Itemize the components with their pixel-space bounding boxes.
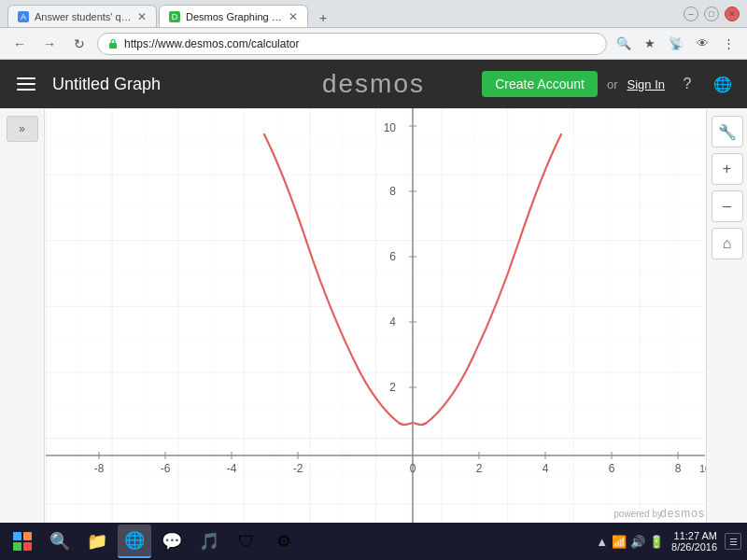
svg-text:4: 4	[543, 462, 549, 475]
start-button[interactable]	[6, 525, 39, 558]
hamburger-line-3	[17, 89, 35, 91]
taskbar-clock: 11:27 AM 8/26/2016	[671, 530, 717, 553]
notification-button[interactable]: ☰	[725, 533, 741, 550]
zoom-in-button[interactable]: +	[712, 153, 743, 185]
url-text: https://www.desmos.com/calculator	[124, 37, 299, 50]
settings-button[interactable]: 🔧	[712, 116, 743, 147]
svg-text:10: 10	[699, 463, 706, 474]
back-button[interactable]: ←	[7, 32, 32, 56]
svg-text:-4: -4	[227, 462, 237, 475]
maximize-button[interactable]: □	[704, 7, 719, 21]
right-toolbar: 🔧 + – ⌂	[706, 108, 747, 523]
address-bar[interactable]: https://www.desmos.com/calculator	[97, 33, 607, 55]
svg-rect-0	[109, 43, 117, 49]
taskbar-messaging[interactable]: 💬	[155, 525, 189, 558]
svg-text:10: 10	[384, 121, 397, 134]
tab-label-desmos: Desmos Graphing Calcula...	[186, 11, 283, 22]
svg-text:6: 6	[389, 250, 396, 263]
taskbar-right: ▲ 📶 🔊 🔋 11:27 AM 8/26/2016 ☰	[596, 530, 741, 553]
page-title: Untitled Graph	[52, 75, 161, 94]
zoom-out-button[interactable]: –	[712, 190, 743, 222]
hamburger-line-2	[17, 83, 35, 85]
close-button[interactable]: ✕	[725, 7, 740, 21]
forward-button[interactable]: →	[37, 32, 62, 56]
taskbar-search[interactable]: 🔍	[43, 525, 77, 558]
taskbar: 🔍 📁 🌐 💬 🎵 🛡 ⚙ ▲ 📶 🔊 🔋 11:27 AM 8/26/2016…	[0, 523, 747, 560]
sign-in-button[interactable]: Sign In	[627, 77, 665, 91]
svg-text:-2: -2	[293, 462, 303, 475]
help-icon[interactable]: ?	[674, 71, 700, 97]
browser-titlebar: A Answer students' questio... ✕ D Desmos…	[0, 0, 747, 28]
new-tab-button[interactable]: +	[314, 8, 332, 27]
create-account-button[interactable]: Create Account	[482, 71, 598, 97]
hamburger-button[interactable]	[11, 69, 41, 99]
svg-text:powered by: powered by	[613, 509, 662, 519]
menu-icon[interactable]: ⋮	[717, 33, 740, 55]
taskbar-music[interactable]: 🎵	[192, 525, 226, 558]
tab-close-other[interactable]: ✕	[137, 10, 147, 23]
browser-toolbar-icons: 🔍 ★ 📡 👁 ⋮	[613, 33, 740, 55]
taskbar-sys-icons: ▲ 📶 🔊 🔋	[596, 535, 664, 549]
windows-logo	[13, 532, 32, 551]
browser-tabs: A Answer students' questio... ✕ D Desmos…	[7, 0, 332, 27]
search-icon[interactable]: 🔍	[613, 33, 635, 55]
wrench-icon: 🔧	[718, 123, 737, 141]
tab-desmos[interactable]: D Desmos Graphing Calcula... ✕	[159, 5, 308, 27]
taskbar-browser[interactable]: 🌐	[118, 525, 151, 558]
clock-time: 11:27 AM	[671, 530, 717, 541]
desmos-logo: desmos	[322, 69, 425, 99]
graph-canvas: -8 -6 -4 -2 0 2 4 6 8 10 2 4 6 8 10	[45, 108, 706, 523]
taskbar-up-arrow[interactable]: ▲	[596, 535, 608, 549]
cast-icon[interactable]: 📡	[665, 33, 687, 55]
tab-label-other: Answer students' questio...	[35, 11, 132, 22]
svg-text:-6: -6	[161, 462, 171, 475]
svg-text:-8: -8	[94, 462, 105, 475]
svg-rect-2	[46, 108, 705, 523]
main-area: » -8 -6 -4 -2	[0, 108, 747, 523]
tab-favicon-other: A	[18, 11, 29, 22]
taskbar-settings[interactable]: ⚙	[267, 525, 301, 558]
svg-text:4: 4	[389, 315, 396, 329]
svg-text:0: 0	[410, 462, 416, 475]
tab-favicon-desmos: D	[169, 11, 180, 22]
star-icon[interactable]: ★	[639, 33, 661, 55]
home-icon: ⌂	[723, 235, 732, 252]
volume-icon: 🔊	[630, 535, 645, 549]
clock-date: 8/26/2016	[671, 541, 717, 553]
taskbar-shield[interactable]: 🛡	[230, 525, 263, 558]
svg-text:6: 6	[609, 462, 615, 475]
header-right: Create Account or Sign In ? 🌐	[482, 71, 736, 97]
battery-icon: 🔋	[649, 535, 664, 549]
or-label: or	[607, 77, 618, 91]
expand-sidebar-button[interactable]: »	[7, 116, 38, 142]
svg-text:2: 2	[476, 462, 483, 475]
network-icon: 📶	[612, 535, 627, 549]
reload-button[interactable]: ↻	[67, 32, 92, 56]
svg-text:desmos: desmos	[660, 507, 705, 520]
minimize-button[interactable]: –	[684, 7, 698, 21]
lock-icon	[107, 38, 119, 49]
eye-icon[interactable]: 👁	[691, 33, 713, 55]
sidebar: »	[0, 108, 45, 523]
app-header: Untitled Graph desmos Create Account or …	[0, 60, 747, 108]
svg-text:8: 8	[389, 185, 396, 198]
minus-icon: –	[723, 198, 731, 215]
tab-close-desmos[interactable]: ✕	[289, 10, 298, 23]
globe-icon[interactable]: 🌐	[710, 71, 736, 97]
svg-text:8: 8	[675, 462, 682, 475]
plus-icon: +	[723, 161, 731, 177]
tab-other[interactable]: A Answer students' questio... ✕	[7, 5, 157, 27]
window-controls: – □ ✕	[684, 7, 740, 21]
graph-area[interactable]: -8 -6 -4 -2 0 2 4 6 8 10 2 4 6 8 10	[45, 108, 706, 523]
home-button[interactable]: ⌂	[712, 228, 743, 259]
hamburger-line-1	[17, 77, 35, 79]
browser-toolbar: ← → ↻ https://www.desmos.com/calculator …	[0, 28, 747, 60]
taskbar-files[interactable]: 📁	[80, 525, 114, 558]
svg-text:2: 2	[389, 381, 396, 394]
